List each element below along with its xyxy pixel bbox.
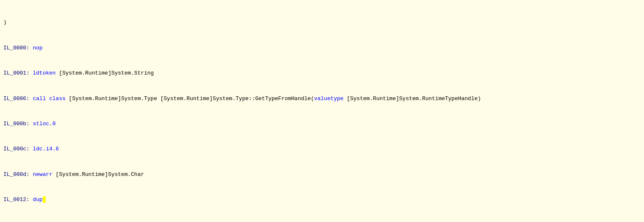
line-IL_0000: IL_0000: nop bbox=[3, 44, 644, 52]
line-IL_0012: IL_0012: dup bbox=[3, 196, 644, 204]
line-IL_0001: IL_0001: ldtoken [System.Runtime]System.… bbox=[3, 69, 644, 77]
line-IL_000d: IL_000d: newarr [System.Runtime]System.C… bbox=[3, 170, 644, 179]
line-IL_000b: IL_000b: stloc.0 bbox=[3, 120, 644, 128]
line-IL_000c: IL_000c: ldc.i4.6 bbox=[3, 145, 644, 153]
line-paren: ) bbox=[3, 18, 644, 27]
code-viewer: ) IL_0000: nop IL_0001: ldtoken [System.… bbox=[3, 2, 644, 222]
line-IL_0006: IL_0006: call class [System.Runtime]Syst… bbox=[3, 95, 644, 103]
